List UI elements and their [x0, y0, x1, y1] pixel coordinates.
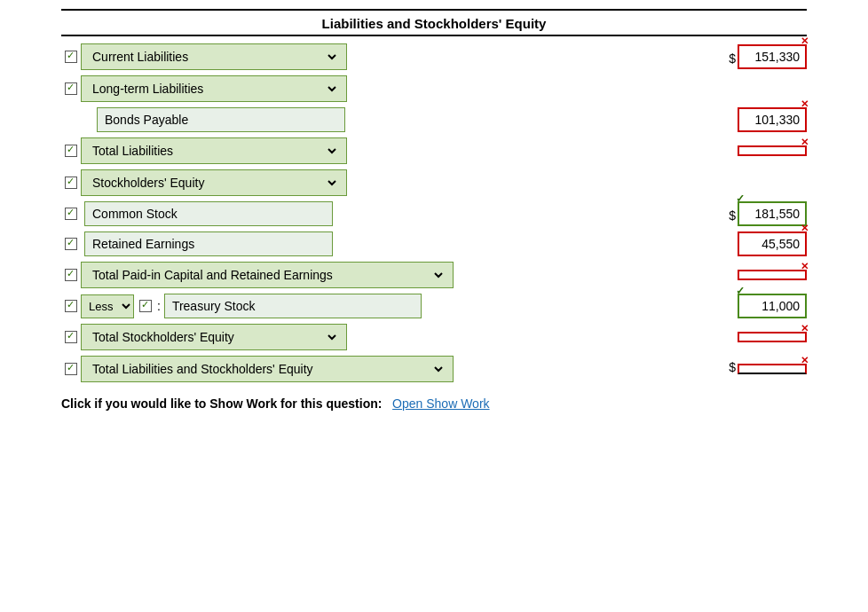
- long-term-liabilities-checkbox[interactable]: [65, 82, 77, 95]
- retained-earnings-label: Retained Earnings: [84, 231, 333, 256]
- bonds-payable-row: Bonds Payable ✕ 101,330: [61, 107, 807, 132]
- colon: :: [157, 299, 161, 313]
- total-paid-in-input[interactable]: [738, 270, 807, 280]
- current-liabilities-checkbox[interactable]: [65, 51, 77, 63]
- total-liabilities-row: Total Liabilities ✕: [61, 137, 807, 164]
- total-liabilities-checkbox[interactable]: [65, 145, 77, 157]
- common-stock-label: Common Stock: [84, 201, 333, 226]
- common-stock-input[interactable]: 181,550: [738, 201, 807, 226]
- current-liabilities-select[interactable]: Current Liabilities: [81, 43, 347, 70]
- less-select[interactable]: Less: [81, 294, 134, 318]
- stockholders-equity-row: Stockholders' Equity: [61, 169, 807, 196]
- current-liabilities-input[interactable]: 151,330: [738, 44, 807, 69]
- show-work-link[interactable]: Open Show Work: [392, 396, 489, 411]
- treasury-stock-row: Less : Treasury Stock ✓ 11,000: [61, 294, 807, 318]
- treasury-stock-inner-checkbox[interactable]: [139, 300, 152, 312]
- retained-earnings-input[interactable]: 45,550: [738, 231, 807, 256]
- bonds-payable-label: Bonds Payable: [97, 107, 345, 132]
- total-stockholders-input[interactable]: [738, 332, 807, 342]
- long-term-liabilities-select[interactable]: Long-term Liabilities: [81, 75, 347, 102]
- show-work-section: Click if you would like to Show Work for…: [61, 396, 807, 411]
- total-liabilities-input[interactable]: [738, 145, 807, 156]
- bonds-payable-input[interactable]: 101,330: [738, 107, 807, 132]
- common-stock-checkbox[interactable]: [65, 208, 77, 220]
- total-stockholders-row: Total Stockholders' Equity ✕: [61, 324, 807, 350]
- treasury-stock-checkbox[interactable]: [65, 300, 77, 312]
- total-liabilities-equity-input[interactable]: [738, 364, 807, 374]
- total-stockholders-select[interactable]: Total Stockholders' Equity: [81, 324, 347, 350]
- dollar-sign-total: $: [729, 360, 736, 378]
- total-liabilities-equity-select[interactable]: Total Liabilities and Stockholders' Equi…: [81, 356, 454, 382]
- current-liabilities-row: Current Liabilities $ ✕ 151,330: [61, 43, 807, 70]
- total-paid-in-row: Total Paid-in Capital and Retained Earni…: [61, 262, 807, 288]
- stockholders-equity-select[interactable]: Stockholders' Equity: [81, 169, 347, 196]
- total-paid-in-select[interactable]: Total Paid-in Capital and Retained Earni…: [81, 262, 454, 288]
- treasury-stock-label: Treasury Stock: [164, 294, 422, 318]
- common-stock-row: Common Stock $ ✓ 181,550: [61, 201, 807, 226]
- page-title: Liabilities and Stockholders' Equity: [61, 16, 807, 36]
- show-work-prefix: Click if you would like to Show Work for…: [61, 396, 382, 411]
- dollar-sign-common: $: [729, 208, 736, 226]
- total-liabilities-select[interactable]: Total Liabilities: [81, 137, 347, 164]
- total-paid-in-checkbox[interactable]: [65, 269, 77, 281]
- total-stockholders-checkbox[interactable]: [65, 331, 77, 343]
- retained-earnings-checkbox[interactable]: [65, 238, 77, 250]
- total-liabilities-equity-checkbox[interactable]: [65, 363, 77, 375]
- treasury-stock-input[interactable]: 11,000: [738, 294, 807, 318]
- total-liabilities-equity-row: Total Liabilities and Stockholders' Equi…: [61, 356, 807, 382]
- long-term-liabilities-row: Long-term Liabilities: [61, 75, 807, 102]
- dollar-sign-current: $: [729, 51, 736, 69]
- stockholders-equity-checkbox[interactable]: [65, 177, 77, 189]
- retained-earnings-row: Retained Earnings ✕ 45,550: [61, 231, 807, 256]
